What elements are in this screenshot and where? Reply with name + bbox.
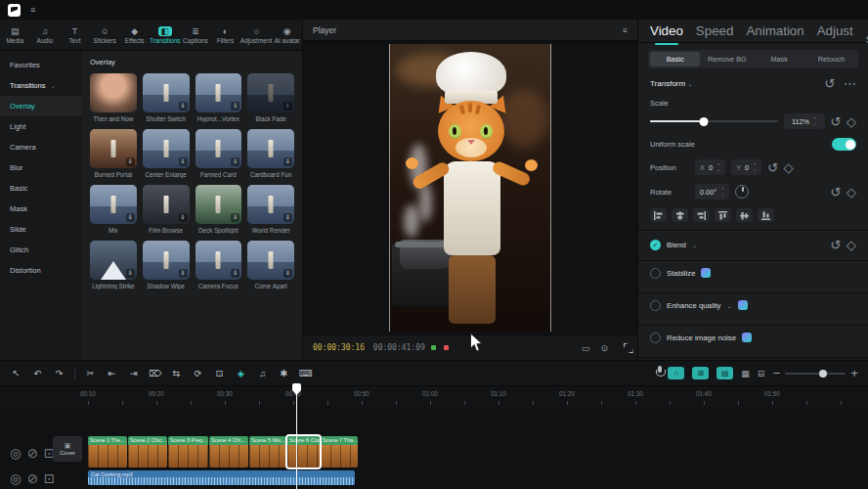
redo-button[interactable]: ↷ (53, 368, 65, 378)
delete-button[interactable]: ⌦ (149, 368, 161, 378)
stepper-down-icon[interactable]: ⌄ (753, 167, 757, 171)
align-top-button[interactable] (715, 208, 731, 222)
snapshot-button[interactable]: ⊙ (600, 343, 608, 353)
stepper-down-icon[interactable]: ⌄ (716, 167, 720, 171)
playhead-line[interactable] (296, 383, 297, 489)
tab-captions[interactable]: ≣ Captions (181, 20, 211, 50)
clip-scene-5[interactable]: Scene 5 Mix... (249, 436, 286, 467)
transition-item[interactable]: ⇩ Black Fade (247, 73, 294, 122)
transition-item[interactable]: ⇩ Shadow Wipe (143, 241, 190, 289)
clip-scene-6[interactable]: Scene 6 Coo... (287, 436, 320, 467)
timeline-ruler[interactable]: 00:10 00:20 00:30 00:40 00:50 01:00 01:1… (0, 385, 868, 407)
transition-item[interactable]: ⇩ Camera Focus (195, 241, 242, 289)
tab-adjustment[interactable]: ☼ Adjustment (240, 20, 273, 50)
transition-item[interactable]: Then and Now (90, 73, 137, 122)
transition-item[interactable]: ⇩ Center Enlarge (143, 129, 190, 178)
tab-speed[interactable]: Speed (696, 23, 734, 38)
transition-item[interactable]: ⇩ Come Apart (247, 241, 294, 289)
extract-audio-button[interactable]: ♫ (256, 368, 269, 378)
align-right-button[interactable] (693, 208, 710, 222)
zoom-slider[interactable] (785, 373, 846, 375)
transition-item[interactable]: ⇩ Shutter Switch (143, 73, 190, 122)
track-height-button[interactable]: ▦ (741, 369, 750, 378)
audio-clip[interactable]: Cat Cooking.mp3 (88, 470, 355, 485)
clip-scene-1[interactable]: Scene 1 The... (88, 436, 127, 467)
zoom-out-button[interactable]: − (772, 366, 780, 380)
rotate-keyframe-button[interactable]: ◇ (846, 185, 856, 200)
lock-track-icon[interactable]: ⊡ (44, 471, 55, 486)
align-center-h-button[interactable] (672, 208, 688, 222)
sidebar-item-blur[interactable]: Blur (0, 157, 82, 178)
scale-value-field[interactable]: 112% ⌃ ⌄ (784, 113, 825, 129)
tab-filters[interactable]: ◐ Filters (210, 20, 240, 50)
blend-checkbox[interactable]: ✓ (650, 240, 661, 250)
tab-adjust[interactable]: Adjust (817, 23, 853, 38)
zoom-in-button[interactable]: + (850, 366, 858, 380)
transform-section-header[interactable]: Transform ⌄ ↺ ⋯ (650, 76, 856, 91)
sidebar-item-distortion[interactable]: Distortion (0, 260, 82, 281)
transition-item[interactable]: ⇩ Burned Portal (90, 129, 137, 178)
scale-slider[interactable] (650, 120, 778, 122)
marker-button[interactable]: ◈ (235, 368, 247, 378)
tab-effects[interactable]: ◆ Effects (119, 20, 150, 50)
mute-track-icon[interactable]: ⊘ (27, 471, 38, 486)
hide-track-icon[interactable]: ◎ (10, 471, 22, 486)
shortcut-button[interactable]: ⌨ (299, 368, 312, 378)
delete-right-button[interactable]: ⇥ (127, 368, 140, 378)
clip-scene-7[interactable]: Scene 7 Tha... (321, 436, 358, 467)
sidebar-item-slide[interactable]: Slide (0, 219, 82, 240)
view-mode-button[interactable]: ⊟ (758, 369, 765, 378)
transition-item[interactable]: ⇩ Fanned Card (195, 129, 242, 178)
hide-track-icon[interactable]: ◎ (10, 446, 22, 461)
scale-slider-knob[interactable] (699, 117, 708, 126)
sidebar-item-camera[interactable]: Camera (0, 137, 82, 157)
select-tool-button[interactable]: ↖ (10, 368, 22, 378)
blend-reset-button[interactable]: ↺ (831, 238, 842, 252)
link-preview-toggle[interactable]: ▤ (716, 367, 733, 379)
voiceover-button[interactable] (656, 366, 660, 380)
undo-button[interactable]: ↶ (31, 368, 44, 378)
ratio-button[interactable]: ▭ (582, 343, 590, 353)
scale-reset-button[interactable]: ↺ (831, 114, 842, 129)
reset-transform-button[interactable]: ↺ (825, 76, 836, 91)
scale-keyframe-button[interactable]: ◇ (846, 114, 856, 129)
mark-in-indicator[interactable] (431, 345, 436, 350)
mark-out-indicator[interactable] (444, 345, 449, 350)
tab-media[interactable]: ▤ Media (0, 20, 30, 50)
rotate-dial[interactable] (735, 185, 749, 199)
sidebar-item-favorites[interactable]: Favorites (0, 55, 82, 75)
rotate-field[interactable]: 0.00° ⌃ ⌄ (695, 184, 729, 200)
zoom-slider-knob[interactable] (819, 370, 827, 378)
split-button[interactable]: ✂ (84, 368, 97, 378)
sidebar-item-basic[interactable]: Basic (0, 178, 82, 199)
transition-item[interactable]: ⇩ Deck Spotlight (195, 185, 242, 234)
stabilize-checkbox[interactable] (650, 268, 661, 279)
crop-button[interactable]: ⊡ (213, 368, 226, 378)
stepper-down-icon[interactable]: ⌄ (720, 192, 724, 196)
rotate-reset-button[interactable]: ↺ (831, 185, 842, 200)
sidebar-item-glitch[interactable]: Glitch (0, 240, 82, 260)
subtab-basic[interactable]: Basic (650, 52, 700, 67)
mute-track-icon[interactable]: ⊘ (27, 446, 38, 461)
position-keyframe-button[interactable]: ◇ (783, 160, 793, 175)
auto-snapping-toggle[interactable]: ⊞ (692, 367, 709, 379)
tab-transitions[interactable]: ◧ Transitions (150, 20, 181, 50)
align-left-button[interactable] (650, 208, 667, 222)
uniform-scale-toggle[interactable] (832, 138, 856, 151)
sidebar-item-light[interactable]: Light (0, 116, 82, 137)
transition-item[interactable]: ⇩ Lightning Strike (90, 241, 137, 289)
transition-item[interactable]: ⇩ Film Browse (143, 185, 190, 234)
position-x-field[interactable]: X 0 ⌃ ⌄ (695, 159, 725, 175)
transition-item[interactable]: ⇩ Cardboard Fun (247, 129, 294, 178)
fullscreen-button[interactable] (619, 340, 628, 355)
tab-audio[interactable]: ♫ Audio (30, 20, 61, 50)
position-reset-button[interactable]: ↺ (767, 160, 778, 175)
tab-video[interactable]: Video (650, 23, 683, 38)
sidebar-group-transitions[interactable]: Transitions ⌄ (0, 75, 82, 96)
tab-ai-avatar[interactable]: ◉ AI avatar (272, 20, 302, 50)
subtab-retouch[interactable]: Retouch (806, 52, 856, 67)
stepper-down-icon[interactable]: ⌄ (812, 121, 816, 125)
subtab-mask[interactable]: Mask (755, 52, 804, 67)
tab-animation[interactable]: Animation (746, 23, 803, 38)
position-y-field[interactable]: Y 0 ⌃ ⌄ (731, 159, 761, 175)
